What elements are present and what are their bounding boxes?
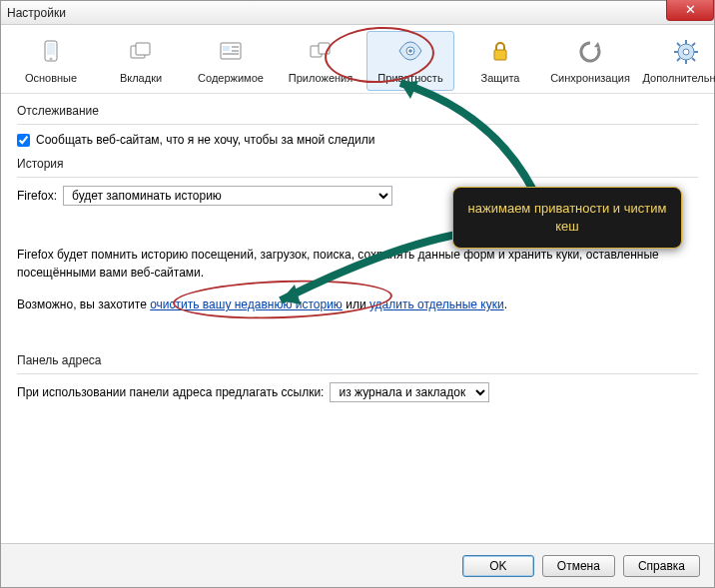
tab-advanced[interactable]: Дополнительные — [636, 31, 715, 91]
tracking-section: Отслеживание Сообщать веб-сайтам, что я … — [17, 104, 698, 147]
annotation-callout: нажимаем приватности и чистим кеш — [452, 187, 682, 249]
tab-label: Дополнительные — [639, 72, 715, 84]
content-icon — [215, 36, 247, 68]
general-icon — [35, 36, 67, 68]
addressbar-label: При использовании панели адреса предлага… — [17, 385, 324, 399]
tab-sync[interactable]: Синхронизация — [546, 31, 634, 91]
svg-rect-9 — [223, 53, 239, 55]
history-mode-select[interactable]: будет запоминать историю — [63, 186, 392, 206]
lock-icon — [484, 36, 516, 68]
svg-rect-1 — [47, 43, 55, 55]
tab-label: Основные — [10, 72, 92, 84]
divider — [17, 177, 698, 178]
window-title: Настройки — [7, 6, 66, 20]
section-title: Отслеживание — [17, 104, 698, 118]
help-button[interactable]: Справка — [623, 555, 700, 577]
annotation-text: нажимаем приватности и чистим кеш — [468, 201, 667, 234]
tabs-icon — [125, 36, 157, 68]
gear-icon — [670, 36, 702, 68]
tab-tabs[interactable]: Вкладки — [97, 31, 185, 91]
content-area: Отслеживание Сообщать веб-сайтам, что я … — [1, 94, 714, 420]
svg-line-24 — [677, 58, 680, 61]
dnt-label[interactable]: Сообщать веб-сайтам, что я не хочу, чтоб… — [36, 133, 374, 147]
svg-rect-14 — [494, 50, 506, 60]
svg-point-16 — [683, 49, 689, 55]
addressbar-section: Панель адреса При использовании панели а… — [17, 353, 698, 402]
svg-line-21 — [677, 43, 680, 46]
tab-label: Вкладки — [100, 72, 182, 84]
svg-rect-8 — [232, 50, 239, 52]
addressbar-suggest-select[interactable]: из журнала и закладок — [330, 382, 489, 402]
text: . — [504, 297, 507, 311]
history-field-label: Firefox: — [17, 189, 57, 203]
close-icon: ✕ — [685, 2, 696, 17]
svg-point-2 — [50, 58, 53, 61]
divider — [17, 373, 698, 374]
history-desc-text: Firefox будет помнить историю посещений,… — [17, 246, 698, 282]
titlebar: Настройки ✕ — [1, 1, 714, 25]
svg-rect-6 — [223, 46, 230, 51]
svg-rect-7 — [232, 46, 239, 48]
cancel-button[interactable]: Отмена — [542, 555, 615, 577]
svg-line-23 — [692, 43, 695, 46]
tab-general[interactable]: Основные — [7, 31, 95, 91]
button-bar: OK Отмена Справка — [1, 543, 714, 587]
section-title: История — [17, 157, 698, 171]
divider — [17, 124, 698, 125]
svg-line-22 — [692, 58, 695, 61]
settings-window: Настройки ✕ Основные Вкладки Содержимое — [0, 0, 715, 588]
tab-label: Содержимое — [190, 72, 272, 84]
tab-label: Защита — [459, 72, 541, 84]
tab-content[interactable]: Содержимое — [187, 31, 275, 91]
sync-icon — [574, 36, 606, 68]
svg-rect-4 — [136, 43, 150, 55]
text: Возможно, вы захотите — [17, 297, 150, 311]
dnt-checkbox[interactable] — [17, 134, 30, 147]
tab-label: Синхронизация — [549, 72, 631, 84]
ok-button[interactable]: OK — [462, 555, 534, 577]
tab-security[interactable]: Защита — [456, 31, 544, 91]
section-title: Панель адреса — [17, 353, 698, 367]
close-button[interactable]: ✕ — [666, 0, 714, 21]
